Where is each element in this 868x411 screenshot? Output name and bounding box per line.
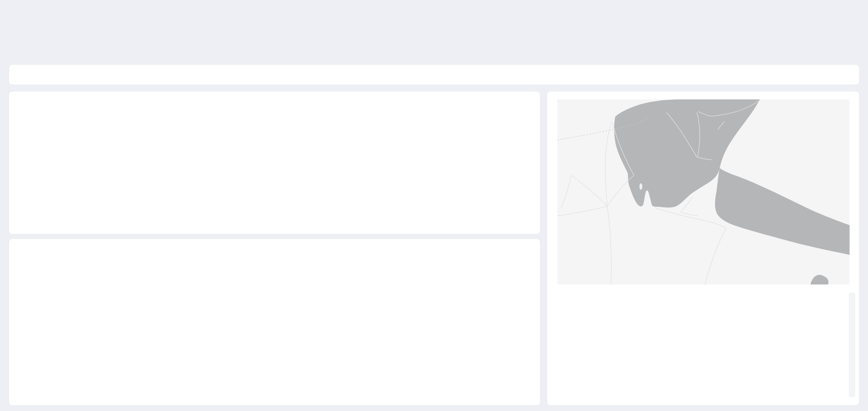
map-attribution <box>846 283 849 284</box>
country-performance-table-card <box>9 91 540 234</box>
map-bahrain-island <box>639 183 642 190</box>
timeseries-chart-card <box>9 239 540 406</box>
map-lake-2 <box>682 119 687 122</box>
title-band <box>9 64 859 85</box>
kpi-row <box>9 6 859 53</box>
scrollbar-track[interactable] <box>849 292 855 397</box>
geo-map[interactable] <box>557 99 850 284</box>
map-and-clicks-card <box>547 91 859 406</box>
map-panel[interactable] <box>557 99 850 284</box>
